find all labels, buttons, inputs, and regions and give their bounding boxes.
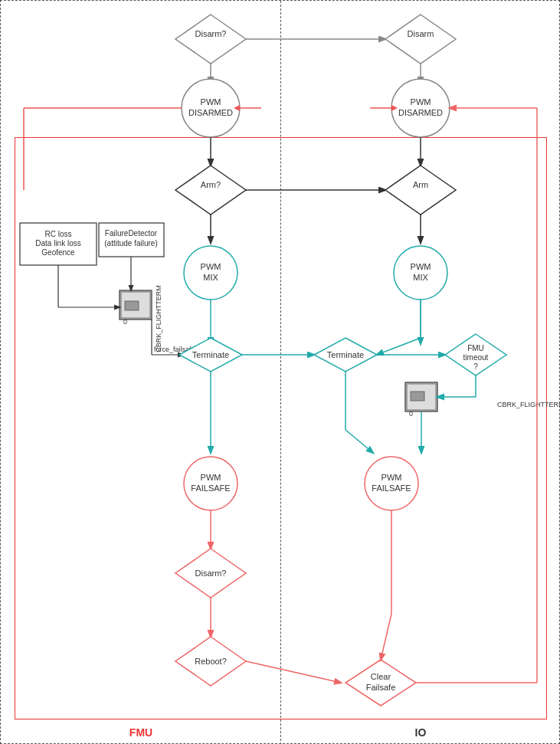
svg-text:Arm?: Arm? — [201, 180, 221, 189]
svg-marker-19 — [175, 166, 246, 215]
svg-marker-22 — [385, 166, 456, 215]
svg-text:FMU: FMU — [467, 344, 484, 352]
svg-text:PWM: PWM — [411, 97, 431, 107]
svg-line-92 — [381, 614, 391, 660]
svg-text:MIX: MIX — [413, 273, 428, 282]
svg-text:RC loss: RC loss — [44, 230, 71, 238]
svg-line-87 — [246, 661, 341, 683]
svg-rect-67 — [411, 392, 424, 401]
svg-text:0: 0 — [123, 318, 127, 326]
fmu-label: FMU — [129, 726, 152, 739]
svg-text:Terminate: Terminate — [327, 350, 364, 359]
svg-text:Disarm?: Disarm? — [195, 569, 227, 578]
svg-text:CBRK_FLIGHTTERM: CBRK_FLIGHTTERM — [155, 285, 162, 352]
svg-marker-0 — [175, 15, 246, 64]
svg-text:PWM: PWM — [411, 262, 431, 271]
svg-text:FAILSAFE: FAILSAFE — [372, 483, 411, 493]
svg-text:Disarm?: Disarm? — [195, 29, 227, 38]
svg-text:Clear: Clear — [371, 672, 391, 681]
svg-text:FailureDetector: FailureDetector — [105, 229, 158, 238]
svg-text:DISARMED: DISARMED — [188, 108, 233, 117]
svg-text:Geofence: Geofence — [41, 248, 75, 257]
svg-text:MIX: MIX — [203, 273, 218, 282]
svg-text:PWM: PWM — [382, 473, 402, 482]
svg-text:Arm: Arm — [413, 180, 428, 189]
svg-text:Reboot?: Reboot? — [195, 657, 227, 666]
diagram-container: Disarm? Disarm PWM DISARMED PWM DISARMED… — [0, 0, 560, 744]
svg-text:CBRK_FLIGHTTERM: CBRK_FLIGHTTERM — [497, 401, 560, 408]
svg-line-57 — [377, 338, 421, 355]
svg-text:PWM: PWM — [201, 262, 221, 271]
io-label: IO — [415, 726, 427, 739]
svg-text:Failsafe: Failsafe — [366, 683, 396, 692]
svg-text:PWM: PWM — [201, 97, 221, 107]
svg-rect-44 — [125, 301, 139, 310]
svg-text:Disarm: Disarm — [408, 29, 434, 38]
svg-text:timeout: timeout — [463, 353, 489, 362]
svg-text:0: 0 — [409, 410, 413, 418]
svg-text:Terminate: Terminate — [192, 350, 229, 359]
svg-text:FAILSAFE: FAILSAFE — [191, 483, 230, 493]
svg-text:DISARMED: DISARMED — [398, 108, 443, 117]
diagram-svg: Disarm? Disarm PWM DISARMED PWM DISARMED… — [1, 1, 560, 744]
svg-text:?: ? — [473, 362, 478, 371]
svg-line-72 — [345, 430, 373, 453]
svg-text:Data link loss: Data link loss — [35, 239, 80, 247]
svg-marker-3 — [385, 15, 456, 64]
svg-text:(attitude failure): (attitude failure) — [104, 239, 157, 247]
svg-text:PWM: PWM — [201, 473, 221, 482]
